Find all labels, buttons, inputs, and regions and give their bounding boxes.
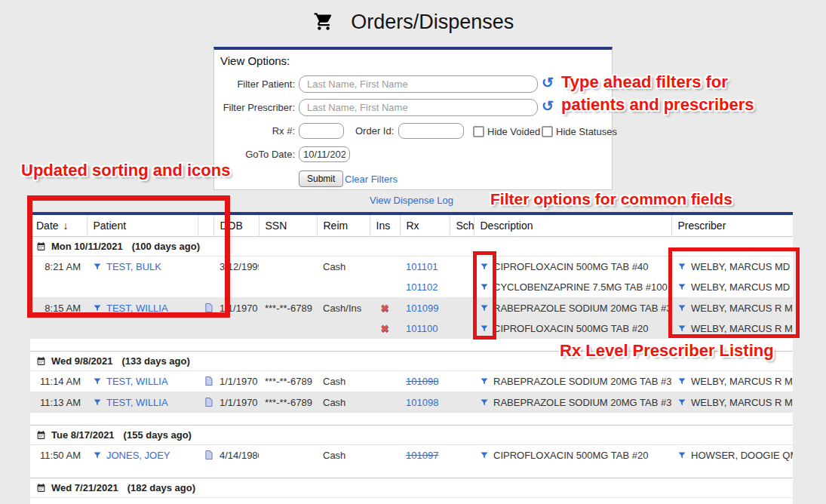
description-cell: CYCLOBENZAPRINE 7.5MG TAB #100 [474,498,671,504]
reset-patient-filter-icon[interactable]: ↺ [542,75,554,91]
reim-cell: Cash [317,371,370,392]
description-filter-icon[interactable] [480,323,489,334]
prescriber-cell: HOWSER, DOOGIE QMD [671,445,793,466]
description-filter-icon[interactable] [480,281,489,293]
rx-number-link[interactable]: 101101 [406,261,438,272]
dob-cell: 1/1/1957 [213,498,259,504]
prescriber-cell: DOCTOR, GUY MD [671,498,793,504]
prescriber-filter-icon[interactable] [677,376,686,387]
patient-note-cell [198,257,213,278]
filter-prescriber-input[interactable] [299,99,538,116]
patient-note-icon [204,397,213,408]
ins-cell [370,277,400,298]
group-days-ago: (182 days ago) [127,482,195,493]
reim-cell: Cash [317,498,370,504]
patient-note-cell [198,392,213,413]
patient-link[interactable]: TEST, WILLIA [106,397,168,408]
prescriber-text: HOWSER, DOOGIE QMD [691,450,793,461]
ssn-cell [259,445,317,466]
rx-cell: 101096 [400,498,450,504]
order-time-cell [30,318,87,339]
calendar-icon [36,429,46,441]
prescriber-filter-icon[interactable] [677,450,686,461]
rx-number-input[interactable] [299,123,344,139]
rx-cell: 101100 [400,318,450,339]
prescriber-filter-icon[interactable] [677,281,686,293]
column-header-date[interactable]: Date↓ [30,215,87,237]
sch-cell [450,392,474,413]
prescriber-filter-icon[interactable] [677,261,686,272]
rx-number-link[interactable]: 101098 [406,376,438,387]
order-line-row: 1:02 PMANTONOIU, THEO1/1/1957Cash101096C… [30,498,793,504]
calendar-icon [36,241,46,252]
description-text: CYCLOBENZAPRINE 7.5MG TAB #100 [493,281,668,293]
patient-note-cell [198,298,213,319]
prescriber-filter-icon[interactable] [677,323,686,334]
goto-date-label: GoTo Date: [214,149,295,160]
goto-date-input[interactable] [299,146,350,162]
patient-cell: TEST, WILLIA [87,298,198,319]
description-filter-icon[interactable] [480,450,489,461]
patient-filter-icon[interactable] [93,261,102,272]
view-options-panel: View Options: Filter Patient: ↺ Filter P… [213,47,613,190]
filter-prescriber-label: Filter Prescriber: [214,102,295,113]
order-time-cell: 8:21 AM [30,257,87,278]
rx-number-link[interactable]: 101099 [406,303,438,314]
rx-number-link[interactable]: 101098 [406,397,438,408]
dob-cell: 1/1/1970 [213,371,259,392]
reset-prescriber-filter-icon[interactable]: ↺ [542,98,554,115]
description-filter-icon[interactable] [480,376,489,387]
hide-statuses-checkbox[interactable] [542,126,553,137]
ins-cell [370,392,400,413]
order-line-row: 11:50 AMJONES, JOEY4/14/1980Cash101097CI… [30,445,793,466]
prescriber-filter-icon[interactable] [677,303,686,314]
rx-number-link[interactable]: 101100 [406,323,438,334]
view-dispense-log-link[interactable]: View Dispense Log [370,195,453,206]
patient-note-cell [198,445,213,466]
patient-link[interactable]: JONES, JOEY [106,450,170,461]
patient-filter-icon[interactable] [93,303,102,314]
filter-patient-input[interactable] [299,75,538,93]
patient-cell [87,318,198,339]
order-line-row: 11:13 AMTEST, WILLIA1/1/1970***-**-6789C… [30,392,793,413]
patient-cell: ANTONOIU, THEO [87,498,198,504]
patient-link[interactable]: TEST, WILLIA [106,303,168,314]
prescriber-text: WELBY, MARCUS R MD [691,303,793,314]
prescriber-text: WELBY, MARCUS MD [691,261,790,272]
description-filter-icon[interactable] [480,397,489,408]
ins-cell [370,445,400,466]
order-id-label: Order Id: [355,125,394,137]
ins-cell [370,257,400,278]
date-group-header: Wed 9/8/2021(133 days ago) [30,352,793,371]
patient-note-cell [198,277,213,298]
description-text: RABEPRAZOLE SODIUM 20MG TAB #30 [493,303,671,314]
rx-number-link[interactable]: 101097 [406,450,438,461]
order-id-input[interactable] [398,123,464,139]
patient-link[interactable]: TEST, WILLIA [106,376,168,387]
description-cell: RABEPRAZOLE SODIUM 20MG TAB #30 [474,298,671,319]
cart-icon [312,11,335,32]
patient-note-icon [204,376,213,387]
description-text: RABEPRAZOLE SODIUM 20MG TAB #30 [493,397,671,408]
ssn-cell [259,277,317,298]
patient-cell: JONES, JOEY [87,445,198,466]
column-header-reim: Reim [317,215,370,237]
patient-filter-icon[interactable] [93,376,102,387]
submit-button[interactable]: Submit [299,171,343,187]
sch-cell [450,318,474,339]
patient-filter-icon[interactable] [93,450,102,461]
patient-link[interactable]: TEST, BULK [106,261,161,272]
patient-cell: TEST, WILLIA [87,392,198,413]
description-text: RABEPRAZOLE SODIUM 20MG TAB #30 [493,376,671,387]
description-filter-icon[interactable] [480,303,489,314]
description-text: CIPROFLOXACIN 500MG TAB #20 [493,323,648,334]
column-header-ins: Ins [370,215,400,237]
clear-filters-link[interactable]: Clear Filters [345,174,398,185]
prescriber-filter-icon[interactable] [677,397,686,408]
reim-cell: Cash/Ins [317,298,370,319]
patient-filter-icon[interactable] [93,397,102,408]
sch-cell [450,371,474,392]
rx-number-link[interactable]: 101102 [406,281,438,293]
hide-voided-checkbox[interactable] [473,126,484,137]
description-filter-icon[interactable] [480,261,489,272]
